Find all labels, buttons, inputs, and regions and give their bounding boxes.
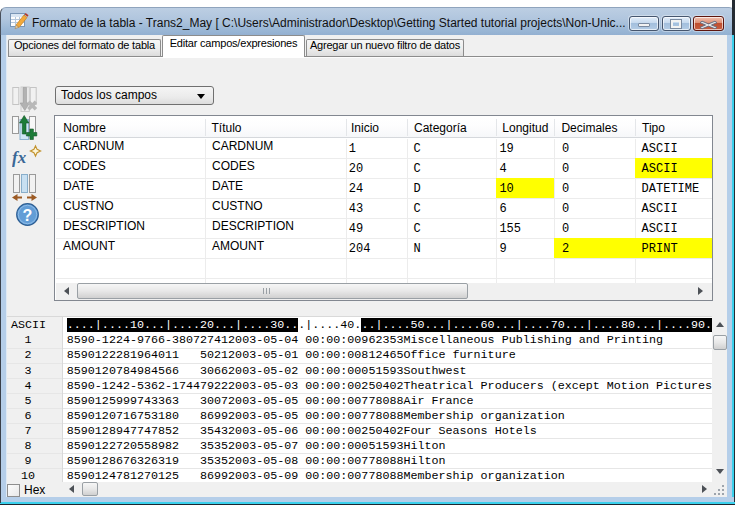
svg-text:?: ? xyxy=(23,207,33,224)
svg-text:fx: fx xyxy=(12,148,27,167)
